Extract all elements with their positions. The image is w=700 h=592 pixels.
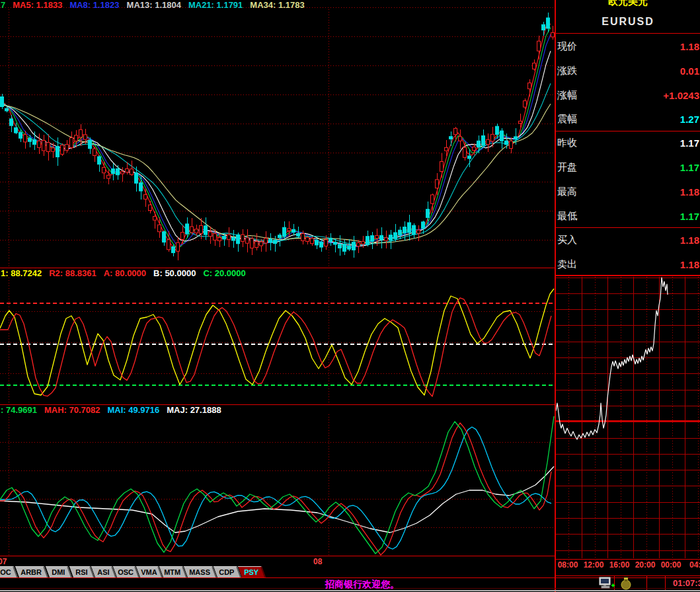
time-axis-label: 20:00 — [632, 560, 658, 570]
instrument-symbol: EURUSD — [556, 16, 700, 28]
tab-label: DMI — [52, 568, 65, 576]
quote-row-买入: 买入1.18 — [557, 234, 700, 247]
ma-value-item: 7 — [1, 0, 5, 10]
tab-rsi[interactable]: RSI — [69, 566, 95, 577]
quote-row-最低: 最低1.17 — [557, 210, 700, 223]
quote-label: 震幅 — [557, 113, 577, 126]
quote-row-昨收: 昨收1.17 — [557, 137, 700, 150]
status-message: 招商银行欢迎您。 — [325, 579, 399, 591]
ma-value-item: MA5: 1.1833 — [13, 0, 62, 10]
clock: 01:07:3 — [673, 578, 700, 588]
bot-indicator-value-item: MAJ: 27.1888 — [167, 405, 221, 415]
quote-row-现价: 现价1.18 — [557, 40, 700, 54]
quote-value: 1.17 — [680, 211, 699, 222]
mid-indicator-value-item: C: 20.0000 — [203, 268, 245, 278]
mid-indicator-value-item: A: 80.0000 — [104, 268, 146, 278]
tab-label: ARBR — [20, 568, 42, 576]
ma-value-item: MA34: 1.1783 — [250, 0, 304, 10]
quote-label: 最低 — [557, 210, 577, 223]
quote-label: 开盘 — [557, 161, 577, 174]
tab-cdp[interactable]: CDP — [214, 566, 241, 577]
date-label: 07 — [0, 557, 7, 566]
instrument-name-cn: 欧元美元 — [556, 0, 700, 8]
ma-value-item: MA21: 1.1791 — [188, 0, 243, 10]
quote-row-开盘: 开盘1.17 — [557, 161, 700, 174]
ma-value-item: MA8: 1.1823 — [69, 0, 119, 10]
bottom-indicator-chart — [0, 414, 555, 555]
quote-label: 昨收 — [557, 137, 577, 149]
middle-indicator-chart — [0, 278, 555, 404]
tab-psy[interactable]: PSY — [238, 566, 266, 577]
network-computer-icon[interactable] — [599, 577, 616, 590]
tab-label: RSI — [75, 568, 87, 576]
bot-indicator-value-item: : 74.9691 — [1, 405, 37, 415]
quote-row-震幅: 震幅1.27 — [557, 113, 700, 126]
bot-indicator-value-item: MAI: 49.9716 — [107, 405, 159, 415]
quote-value: 1.17 — [680, 137, 699, 149]
time-axis-label: 00:00 — [658, 560, 684, 570]
quote-value: +1.0243 — [663, 90, 699, 101]
quote-value: 1.18 — [680, 235, 699, 246]
quote-label: 最高 — [557, 186, 577, 198]
tab-mtm[interactable]: MTM — [159, 566, 187, 577]
tab-label: OSC — [118, 568, 134, 576]
quote-row-涨幅: 涨幅+1.0243 — [557, 89, 700, 102]
tab-osc[interactable]: OSC — [113, 566, 139, 577]
tab-label: MTM — [165, 568, 181, 576]
quote-label: 现价 — [557, 40, 577, 53]
quote-value: 1.18 — [680, 259, 699, 270]
tab-label: ROC — [0, 568, 11, 576]
middle-indicator-header: 1: 88.7242R2: 88.8361A: 80.0000B: 50.000… — [1, 268, 246, 278]
time-axis-label: 16:00 — [606, 560, 633, 570]
quote-value: 1.18 — [680, 186, 699, 198]
quote-row-最高: 最高1.18 — [557, 186, 700, 199]
money-bag-icon[interactable] — [619, 577, 633, 590]
time-axis-label: 04:0 — [684, 560, 700, 570]
date-label: 08 — [313, 557, 322, 566]
mid-indicator-value-item: B: 50.0000 — [153, 268, 196, 278]
mid-indicator-value-item: 1: 88.7242 — [1, 268, 42, 278]
quote-row-卖出: 卖出1.18 — [557, 258, 700, 272]
tab-mass[interactable]: MASS — [184, 566, 217, 577]
tab-vma[interactable]: VMA — [136, 566, 163, 577]
bottom-indicator-header: : 74.9691MAH: 70.7082MAI: 49.9716MAJ: 27… — [1, 405, 221, 415]
quote-value: 1.17 — [680, 162, 699, 173]
tab-label: PSY — [244, 568, 258, 576]
trading-terminal-window: 7MA5: 1.1833MA8: 1.1823MA13: 1.1804MA21:… — [0, 0, 700, 592]
quote-value: 0.01 — [680, 65, 699, 77]
ma-values-header: 7MA5: 1.1833MA8: 1.1823MA13: 1.1804MA21:… — [1, 0, 305, 10]
tab-asi[interactable]: ASI — [91, 566, 116, 577]
quote-label: 涨跌 — [557, 65, 577, 77]
time-axis-label: 08:00 — [555, 560, 581, 570]
time-axis-label: 12:00 — [580, 560, 607, 570]
tab-label: VMA — [141, 568, 157, 576]
tab-dmi[interactable]: DMI — [46, 566, 72, 577]
quote-row-涨跌: 涨跌0.01 — [557, 65, 700, 78]
mid-indicator-value-item: R2: 88.8361 — [49, 268, 97, 278]
quote-value: 1.18 — [680, 41, 699, 52]
quote-value: 1.27 — [680, 114, 699, 125]
main-candle-chart — [0, 7, 555, 267]
tab-arbr[interactable]: ARBR — [15, 566, 48, 577]
tab-label: MASS — [189, 568, 210, 576]
quote-label: 涨幅 — [557, 89, 577, 102]
ma-value-item: MA13: 1.1804 — [127, 0, 181, 10]
quote-label: 买入 — [557, 234, 577, 246]
bot-indicator-value-item: MAH: 70.7082 — [44, 405, 100, 415]
quote-label: 卖出 — [557, 258, 577, 271]
tab-label: CDP — [219, 568, 235, 576]
tab-label: ASI — [97, 568, 109, 576]
intraday-mini-chart — [556, 277, 700, 566]
